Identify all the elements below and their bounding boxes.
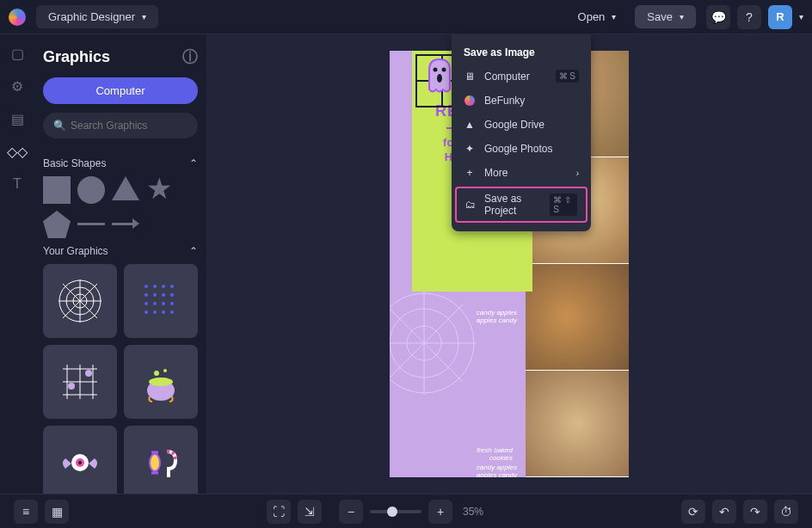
basic-shapes-header[interactable]: Basic Shapes ⌃ (43, 157, 198, 169)
project-icon: 🗂 (465, 199, 476, 211)
image-caption: candy apples apples candy (477, 464, 517, 477)
svg-point-54 (437, 74, 442, 83)
history-icon[interactable]: ⏱ (774, 500, 798, 524)
chat-icon[interactable]: 💬 (706, 5, 730, 29)
svg-point-34 (163, 369, 167, 372)
arrow-shape[interactable] (112, 211, 139, 238)
menu-item-befunky[interactable]: BeFunky (452, 89, 591, 113)
svg-point-8 (153, 285, 157, 288)
befunky-icon (464, 95, 476, 107)
computer-upload-button[interactable]: Computer (43, 77, 198, 104)
svg-point-13 (162, 293, 165, 297)
menu-section-header: Save as Image (452, 41, 591, 64)
circle-shape[interactable] (77, 176, 105, 204)
panel-title: Graphics (43, 48, 110, 66)
open-label: Open (578, 10, 606, 23)
fullscreen-icon[interactable]: ⛶ (267, 500, 291, 524)
svg-point-20 (153, 310, 157, 314)
redo-icon[interactable]: ↷ (743, 500, 767, 524)
grid-view-icon[interactable]: ▦ (45, 500, 69, 524)
adjust-tool-icon[interactable]: ⚙ (9, 77, 26, 95)
graphic-tile-candy[interactable] (124, 426, 198, 494)
chevron-down-icon[interactable]: ▾ (799, 12, 803, 21)
zoom-slider[interactable] (370, 510, 421, 513)
app-mode-label: Graphic Designer (48, 10, 135, 23)
svg-point-30 (85, 370, 92, 377)
shortcut-badge: ⌘ S (556, 70, 579, 83)
svg-point-10 (170, 285, 174, 288)
save-button[interactable]: Save ▾ (635, 5, 696, 28)
pentagon-shape[interactable] (43, 211, 71, 238)
menu-item-google-photos[interactable]: ✦ Google Photos (452, 137, 591, 161)
graphic-tile-dots[interactable] (124, 264, 198, 338)
svg-point-17 (162, 302, 165, 305)
search-icon: 🔍 (53, 120, 66, 132)
svg-point-16 (153, 302, 157, 305)
image-caption: candy apples apples candy (477, 309, 517, 324)
chevron-right-icon: › (576, 169, 579, 178)
graphic-tile-bat-eye[interactable] (43, 426, 117, 494)
svg-point-22 (170, 310, 174, 314)
layers-icon[interactable]: ≡ (14, 500, 38, 524)
your-graphics-header[interactable]: Your Graphics ⌃ (43, 245, 198, 257)
refresh-icon[interactable]: ⟳ (681, 500, 705, 524)
food-image (526, 264, 629, 371)
chevron-up-icon: ⌃ (189, 245, 198, 257)
save-label: Save (647, 10, 673, 23)
search-graphics-input[interactable] (43, 113, 198, 138)
zoom-in-icon[interactable]: + (428, 500, 452, 524)
square-shape[interactable] (43, 176, 71, 204)
svg-point-33 (154, 371, 159, 376)
fit-screen-icon[interactable]: ⇲ (298, 500, 322, 524)
svg-point-21 (162, 310, 165, 314)
menu-item-computer[interactable]: 🖥 Computer ⌘ S (452, 64, 591, 89)
svg-point-7 (145, 285, 148, 288)
plus-icon: + (464, 167, 476, 179)
graphic-tile-cauldron[interactable] (124, 345, 198, 419)
svg-point-37 (78, 461, 82, 464)
graphic-tile-spiderweb[interactable] (43, 264, 117, 338)
svg-point-32 (149, 378, 173, 386)
svg-point-52 (434, 68, 438, 72)
app-mode-dropdown[interactable]: Graphic Designer ▾ (36, 5, 158, 28)
undo-icon[interactable]: ↶ (712, 500, 736, 524)
bottom-toolbar: ≡ ▦ ⛶ ⇲ − + 35% ⟳ ↶ ↷ ⏱ (0, 494, 812, 528)
svg-point-53 (442, 68, 446, 72)
graphic-tile-grid[interactable] (43, 345, 117, 419)
svg-point-29 (68, 383, 75, 390)
zoom-out-icon[interactable]: − (339, 500, 363, 524)
line-shape[interactable] (77, 223, 105, 225)
graphics-panel: Graphics ⓘ Computer 🔍 Basic Shapes ⌃ ★ Y… (34, 34, 206, 494)
info-icon[interactable]: ⓘ (182, 46, 198, 67)
star-shape[interactable]: ★ (146, 176, 174, 204)
svg-point-9 (162, 285, 165, 288)
svg-point-38 (150, 454, 160, 471)
svg-point-15 (145, 302, 148, 305)
help-icon[interactable]: ? (737, 5, 761, 29)
food-image (526, 371, 629, 477)
svg-point-14 (170, 293, 174, 297)
google-photos-icon: ✦ (464, 143, 476, 155)
menu-item-save-project[interactable]: 🗂 Save as Project ⌘ ⇧ S (455, 187, 587, 223)
template-tool-icon[interactable]: ▤ (9, 110, 26, 127)
text-tool-icon[interactable]: T (9, 175, 26, 193)
svg-point-11 (145, 293, 148, 297)
user-avatar[interactable]: R (768, 5, 792, 29)
chevron-down-icon: ▾ (142, 12, 146, 21)
image-tool-icon[interactable]: ▢ (9, 45, 26, 62)
open-button[interactable]: Open ▾ (566, 5, 629, 28)
triangle-shape[interactable] (112, 176, 139, 200)
chevron-down-icon: ▾ (612, 12, 616, 21)
menu-item-google-drive[interactable]: ▲ Google Drive (452, 113, 591, 137)
image-caption: fresh baked cookies (477, 446, 513, 462)
top-toolbar: Graphic Designer ▾ Open ▾ Save ▾ 💬 ? R ▾ (0, 0, 812, 34)
graphics-tool-icon[interactable]: ◇◇ (9, 143, 26, 160)
app-logo-icon (9, 9, 26, 26)
menu-item-more[interactable]: + More › (452, 161, 591, 185)
save-dropdown-menu: Save as Image 🖥 Computer ⌘ S BeFunky ▲ G… (452, 34, 591, 231)
svg-point-12 (153, 293, 157, 297)
google-drive-icon: ▲ (464, 119, 476, 131)
svg-point-18 (170, 302, 174, 305)
svg-point-19 (145, 310, 148, 314)
shortcut-badge: ⌘ ⇧ S (550, 193, 577, 216)
